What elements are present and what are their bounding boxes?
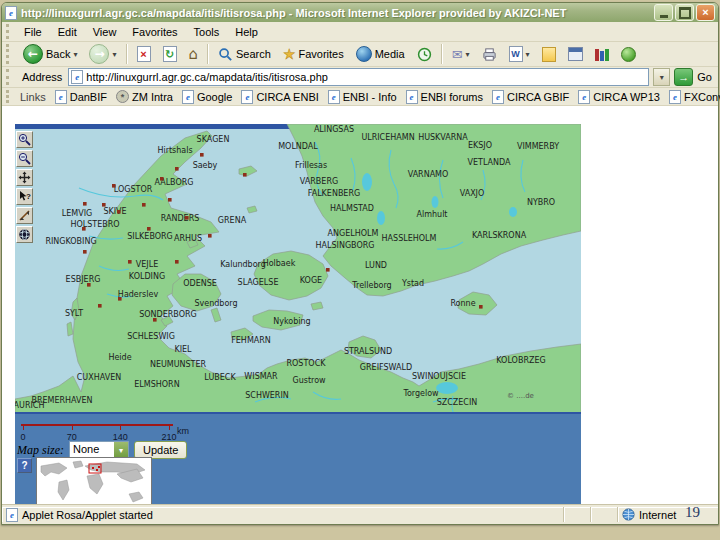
print-button[interactable] — [477, 45, 502, 64]
map-label-ronne: Ronne — [450, 299, 475, 308]
linksbar-grip[interactable] — [6, 90, 9, 103]
map-label-molndal: MOLNDAL — [278, 142, 318, 151]
close-button[interactable]: × — [696, 4, 715, 21]
edit-with-word-button[interactable]: W ▾ — [504, 44, 535, 64]
link-google[interactable]: eGoogle — [182, 90, 232, 104]
home-button[interactable]: ⌂ — [184, 43, 204, 65]
menu-file[interactable]: File — [16, 24, 50, 40]
map-label-silkeborg: SILKEBORG — [127, 232, 173, 241]
refresh-button[interactable]: ↻ — [158, 44, 182, 64]
map-label-ulricehamn: ULRICEHAMN — [361, 133, 414, 142]
toolbar-separator — [207, 44, 209, 64]
minimize-button[interactable] — [654, 4, 673, 21]
occurrence-dot — [117, 210, 121, 214]
occurrence-dot — [112, 184, 116, 188]
scale-unit: km — [177, 426, 189, 436]
back-dropdown-icon[interactable]: ▾ — [73, 50, 77, 59]
forward-button[interactable]: → ▾ — [84, 42, 121, 66]
maximize-button[interactable] — [675, 4, 694, 21]
address-dropdown-button[interactable]: ▾ — [653, 68, 670, 86]
map-label-eksjo: EKSJO — [468, 141, 492, 150]
stop-button[interactable]: × — [132, 44, 156, 64]
forward-dropdown-icon[interactable]: ▾ — [112, 50, 116, 59]
zoom-in-tool-button[interactable] — [16, 131, 33, 148]
link-circa-wp13[interactable]: eCIRCA WP13 — [578, 90, 660, 104]
occurrence-dot — [98, 304, 102, 308]
messenger-button[interactable] — [616, 45, 641, 64]
mail-dropdown-icon[interactable]: ▾ — [466, 50, 470, 59]
search-icon — [218, 47, 233, 62]
map-label-halsingborg: HALSINGBORG — [316, 241, 375, 250]
menu-favorites[interactable]: Favorites — [124, 24, 185, 40]
occurrence-dot — [128, 260, 132, 264]
map-label-huskvarna: HUSKVARNA — [418, 133, 468, 142]
help-button[interactable]: ? — [17, 458, 32, 473]
map-label-vaxjo: VAXJO — [460, 189, 485, 198]
map-label-skagen: SKAGEN — [197, 135, 230, 144]
gear-icon: * — [116, 90, 129, 103]
map-label-hirtshals: Hirtshals — [157, 146, 192, 155]
occurrence-dot — [479, 305, 483, 309]
discuss-button[interactable] — [537, 45, 561, 64]
scale-tick — [72, 424, 73, 430]
map-label-lund: LUND — [365, 261, 387, 270]
links-label: Links — [17, 91, 49, 103]
media-button[interactable]: Media — [351, 44, 410, 64]
full-extent-tool-button[interactable] — [16, 226, 33, 243]
map-label-vejle: VEJLE — [136, 260, 158, 269]
map-label-schleswig: SCHLESWIG — [127, 332, 175, 341]
ie-icon: e — [241, 90, 253, 104]
occurrence-dot — [168, 198, 172, 202]
menu-edit[interactable]: Edit — [50, 24, 85, 40]
sidebar-toggle-button[interactable] — [563, 45, 588, 63]
zoom-out-tool-button[interactable] — [16, 150, 33, 167]
mail-button[interactable]: ✉▾ — [447, 45, 475, 64]
measure-tool-button[interactable] — [16, 207, 33, 224]
menu-view[interactable]: View — [85, 24, 125, 40]
research-button[interactable] — [590, 46, 614, 63]
toolbar-grip[interactable] — [6, 44, 14, 64]
map-label-saeby: Saeby — [193, 161, 218, 170]
title-bar[interactable]: e http://linuxgurrl.agr.gc.ca/mapdata/it… — [2, 3, 718, 22]
occurrence-dot — [82, 227, 86, 231]
go-button[interactable]: → — [674, 68, 693, 86]
menubar-grip[interactable] — [6, 24, 14, 39]
addressbar-grip[interactable] — [6, 69, 14, 85]
search-button[interactable]: Search — [213, 45, 276, 64]
maximize-icon — [679, 7, 691, 19]
link-zm-intra[interactable]: *ZM Intra — [116, 90, 173, 103]
ie-icon: e — [328, 90, 340, 104]
map-canvas[interactable]: SKAGENHirtshalsSaebyAALBORGLOGSTORLEMVIG… — [15, 124, 581, 414]
pan-tool-button[interactable] — [16, 169, 33, 186]
map-label-holbaek: Holbaek — [263, 259, 296, 268]
address-bar: Address e http://linuxgurrl.agr.gc.ca/ma… — [2, 67, 718, 88]
favorites-star-icon: ★ — [283, 46, 296, 62]
back-button[interactable]: ← Back ▾ — [18, 42, 82, 66]
internet-zone-label: Internet — [639, 509, 676, 521]
link-enbi-info[interactable]: eENBI - Info — [328, 90, 397, 104]
map-label-neumunster: NEUMUNSTER — [150, 360, 207, 369]
history-button[interactable] — [412, 45, 437, 64]
map-label-aurich: AURICH — [15, 401, 44, 410]
address-input[interactable]: e http://linuxgurrl.agr.gc.ca/mapdata/it… — [68, 68, 649, 86]
page-content: SKAGENHirtshalsSaebyAALBORGLOGSTORLEMVIG… — [2, 106, 718, 510]
overview-world-map[interactable] — [36, 457, 152, 509]
link-danbif[interactable]: eDanBIF — [55, 90, 107, 104]
link-circa-gbif[interactable]: eCIRCA GBIF — [492, 90, 569, 104]
menu-tools[interactable]: Tools — [186, 24, 228, 40]
select-arrow-icon[interactable]: ▾ — [114, 442, 128, 458]
edit-dropdown-icon[interactable]: ▾ — [526, 50, 530, 59]
ie-icon: e — [492, 90, 504, 104]
browser-window: e http://linuxgurrl.agr.gc.ca/mapdata/it… — [1, 2, 719, 525]
books-icon — [595, 48, 609, 61]
link-enbi-forums[interactable]: eENBI forums — [406, 90, 483, 104]
menu-help[interactable]: Help — [227, 24, 266, 40]
identify-tool-button[interactable]: ? — [16, 188, 33, 205]
link-fxconverter[interactable]: eFXConverter — [669, 90, 720, 104]
mail-icon: ✉ — [452, 47, 463, 62]
map-label-rostock: ROSTOCK — [287, 359, 327, 368]
link-circa-enbi[interactable]: eCIRCA ENBI — [241, 90, 318, 104]
word-icon: W — [509, 46, 523, 62]
menu-bar: FileEditViewFavoritesToolsHelp — [2, 22, 718, 42]
favorites-button[interactable]: ★ Favorites — [278, 44, 349, 64]
